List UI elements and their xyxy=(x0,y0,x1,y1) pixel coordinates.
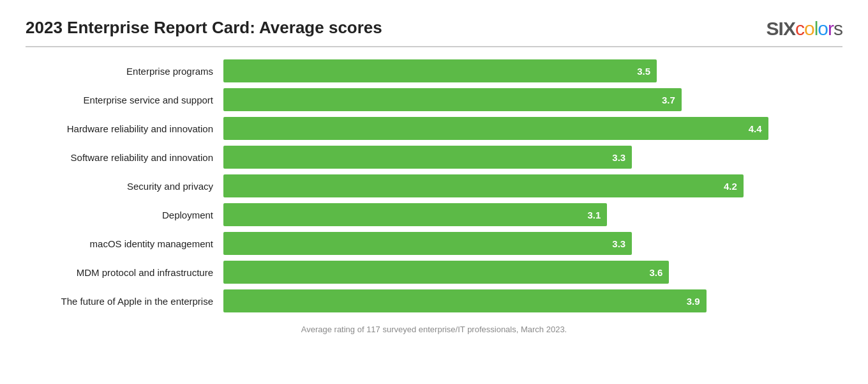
chart-row: Hardware reliability and innovation4.4 xyxy=(26,116,842,141)
bar-label: Hardware reliability and innovation xyxy=(26,123,223,134)
chart-row: The future of Apple in the enterprise3.9 xyxy=(26,289,842,313)
bar-value: 3.1 xyxy=(588,210,608,220)
bar-chart: Enterprise programs3.5Enterprise service… xyxy=(26,59,842,313)
bar-track: 3.6 xyxy=(223,261,842,284)
chart-row: MDM protocol and infrastructure3.6 xyxy=(26,260,842,284)
bar-value: 4.4 xyxy=(749,123,768,134)
bar-track: 3.3 xyxy=(223,146,842,169)
bar-fill: 3.3 xyxy=(223,232,632,255)
bar-value: 3.3 xyxy=(612,238,632,249)
chart-row: Deployment3.1 xyxy=(26,203,842,227)
bar-track: 3.7 xyxy=(223,88,842,111)
chart-container: 2023 Enterprise Report Card: Average sco… xyxy=(0,0,868,384)
bar-label: Software reliability and innovation xyxy=(26,152,223,163)
logo-six: SIX xyxy=(767,18,795,39)
chart-header: 2023 Enterprise Report Card: Average sco… xyxy=(26,18,842,47)
bar-track: 4.2 xyxy=(223,174,842,197)
bar-fill: 3.6 xyxy=(223,261,669,284)
bar-value: 3.7 xyxy=(662,95,682,105)
bar-value: 3.9 xyxy=(687,296,707,307)
bar-label: MDM protocol and infrastructure xyxy=(26,267,223,278)
bar-value: 4.2 xyxy=(724,181,744,192)
bar-label: Security and privacy xyxy=(26,181,223,192)
bar-value: 3.6 xyxy=(650,267,670,278)
bar-track: 3.3 xyxy=(223,232,842,255)
bar-fill: 3.7 xyxy=(223,88,682,111)
chart-row: Enterprise programs3.5 xyxy=(26,59,842,83)
bar-fill: 3.9 xyxy=(223,289,707,312)
bar-fill: 4.2 xyxy=(223,174,744,197)
bar-value: 3.3 xyxy=(612,152,632,163)
brand-logo: SIXcolors xyxy=(767,18,842,40)
bar-fill: 4.4 xyxy=(223,117,768,140)
bar-track: 4.4 xyxy=(223,117,842,140)
chart-title: 2023 Enterprise Report Card: Average sco… xyxy=(26,18,382,38)
chart-row: Software reliability and innovation3.3 xyxy=(26,145,842,169)
bar-label: Enterprise programs xyxy=(26,66,223,77)
chart-row: macOS identity management3.3 xyxy=(26,231,842,256)
bar-label: The future of Apple in the enterprise xyxy=(26,296,223,307)
chart-row: Security and privacy4.2 xyxy=(26,174,842,198)
bar-label: Enterprise service and support xyxy=(26,95,223,105)
bar-track: 3.1 xyxy=(223,203,842,226)
bar-label: Deployment xyxy=(26,210,223,220)
bar-fill: 3.3 xyxy=(223,146,632,169)
bar-fill: 3.5 xyxy=(223,59,657,82)
chart-footnote: Average rating of 117 surveyed enterpris… xyxy=(26,325,842,334)
bar-label: macOS identity management xyxy=(26,238,223,249)
bar-value: 3.5 xyxy=(637,66,657,77)
bar-track: 3.5 xyxy=(223,59,842,82)
bar-track: 3.9 xyxy=(223,289,842,312)
bar-fill: 3.1 xyxy=(223,203,607,226)
chart-row: Enterprise service and support3.7 xyxy=(26,88,842,112)
